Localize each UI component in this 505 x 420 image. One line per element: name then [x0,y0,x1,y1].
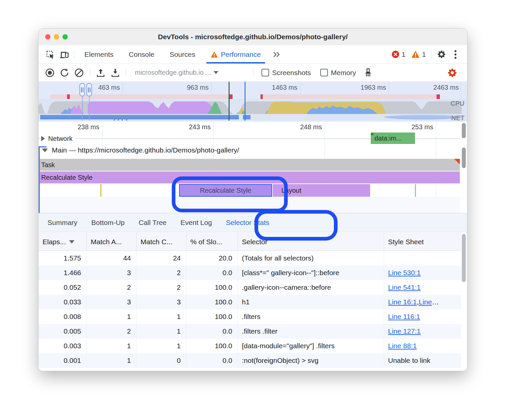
capture-settings-gear-icon[interactable] [446,66,459,79]
layout-flame-bar[interactable]: Layout [273,184,370,197]
recalculate-style-flame-bar[interactable]: Recalculate Style [39,171,460,183]
close-window-button[interactable] [45,34,50,40]
cell-elapsed: 0.008 [39,309,87,324]
timeline-overview[interactable]: 463 ms963 ms1463 ms1963 ms2463 ms CPU [39,82,467,122]
long-task-marker [229,94,233,99]
table-row[interactable]: 0.05222100.0.gallery-icon--camera::befor… [39,280,461,295]
flame-chart-empty-area [39,197,460,213]
kebab-menu-icon[interactable] [449,48,462,61]
table-row[interactable]: 1.466320.0[class*=" gallery-icon--"]::be… [39,265,461,280]
performance-toolbar: microsoftedge.github.io ... Screenshots … [39,64,467,82]
inspect-element-icon[interactable] [43,48,57,61]
divider [126,68,126,77]
device-toolbar-icon[interactable] [57,48,71,61]
small-event-tick[interactable] [100,184,101,197]
load-profile-icon[interactable] [94,66,107,79]
tab-console[interactable]: Console [121,45,162,63]
cell-pct-slow: 0.0 [186,265,238,280]
cell-match-attempts: 1 [87,339,137,353]
disclosure-expanded-icon [42,149,48,152]
table-row[interactable]: 0.00311100.0[data-module="gallery"] .fil… [39,339,461,353]
cell-elapsed: 0.052 [39,280,87,295]
column-header-0[interactable]: Elaps... [39,233,87,251]
style-sheet-link[interactable]: Line 541:1 [388,283,421,291]
cell-match-count: 1 [137,324,186,339]
more-tabs-icon[interactable] [268,51,284,58]
devtools-tab-bar: ElementsConsoleSourcesPerformance 1 1 [39,45,467,64]
style-sheet-link[interactable]: Line 116:1 [388,313,420,321]
cell-match-count: 24 [137,251,186,265]
cell-selector: [data-module="gallery"] .filters [238,339,384,353]
cell-elapsed: 1.575 [39,251,87,265]
table-row[interactable]: 0.001100.0:not(foreignObject) > svgUnabl… [39,353,461,368]
table-row[interactable]: 1.575442420.0(Totals for all selectors) [39,251,461,265]
scrollbar-thumb[interactable] [462,148,466,168]
tab-bottom-up[interactable]: Bottom-Up [84,219,132,227]
cell-elapsed: 0.001 [39,353,87,368]
tab-call-tree[interactable]: Call Tree [132,219,173,227]
cell-match-attempts: 1 [87,353,137,368]
column-header-5[interactable]: Style Sheet [384,233,461,251]
tab-sources[interactable]: Sources [162,45,203,63]
cell-match-count: 1 [137,339,186,353]
tab-event-log[interactable]: Event Log [173,219,219,227]
bottom-tab-strip: SummaryBottom-UpCall TreeEvent LogSelect… [39,213,467,232]
cell-elapsed: 1.466 [39,265,87,280]
net-overview-chart [39,114,467,121]
table-row[interactable]: 0.03333100.0h1Line 16:1 , Line… [39,295,461,309]
selection-right-handle[interactable] [86,83,92,96]
column-header-4[interactable]: Selector [238,233,384,251]
memory-toggle[interactable]: Memory [320,69,356,77]
network-request-block[interactable]: data:im... [371,133,415,144]
scrollbar-thumb[interactable] [462,234,466,282]
main-track-header[interactable]: Main — https://microsoftedge.github.io/D… [42,146,239,154]
style-sheet-link[interactable]: Line 88:1 [388,342,417,350]
tab-performance[interactable]: Performance [203,45,268,63]
settings-gear-icon[interactable] [435,48,449,61]
profile-history-value: microsoftedge.github.io ... [135,69,211,76]
cell-elapsed: 0.005 [39,324,87,339]
column-header-3[interactable]: % of Slo... [186,233,238,251]
cell-pct-slow: 100.0 [186,309,238,324]
error-badge[interactable]: 1 [392,51,406,58]
garbage-collect-icon[interactable] [361,66,375,79]
tab-summary[interactable]: Summary [41,219,84,227]
tab-elements[interactable]: Elements [77,45,121,63]
selection-left-handle[interactable] [79,83,85,96]
disclosure-collapsed-icon [41,136,45,141]
cell-style-sheet: Unable to link [384,353,461,368]
style-sheet-link[interactable]: Line 530:1 [388,269,421,277]
profile-history-select[interactable]: microsoftedge.github.io ... [130,69,249,76]
selector-stats-table-body: 1.575442420.0(Totals for all selectors)1… [39,251,461,368]
minimize-window-button[interactable] [54,34,59,40]
warning-badge[interactable]: 1 [411,51,426,58]
scrollbar-thumb[interactable] [462,123,466,138]
maximize-window-button[interactable] [62,34,68,40]
screenshots-checkbox[interactable] [261,69,269,76]
selector-stats-table-header: Elaps...Match A...Match C...% of Slo...S… [39,233,461,251]
column-header-1[interactable]: Match A... [87,233,137,251]
small-event-tick[interactable] [415,184,416,197]
memory-checkbox[interactable] [320,69,328,76]
divider [74,50,74,59]
task-flame-bar[interactable]: Task [39,159,460,171]
tab-selector-stats[interactable]: Selector Stats [219,219,276,227]
ruler-tick-label: 2463 ms [416,84,459,91]
reload-record-icon[interactable] [58,66,71,79]
clear-icon[interactable] [72,66,86,79]
style-sheet-link[interactable]: Line 127:1 [388,327,421,335]
record-icon[interactable] [43,66,56,79]
style-sheet-link[interactable]: Line [419,298,432,306]
cell-selector: :not(foreignObject) > svg [238,353,384,368]
selected-recalculate-style-block[interactable]: Recalculate Style [179,184,272,197]
style-sheet-link[interactable]: Line 16:1 [388,298,417,306]
flame-chart-panel[interactable]: 238 ms243 ms248 ms253 ms Network data:im… [39,122,467,213]
table-row[interactable]: 0.005210.0.filters .filterLine 127:1 [39,324,461,339]
save-profile-icon[interactable] [109,66,122,79]
screenshots-toggle[interactable]: Screenshots [261,69,311,77]
divider [253,68,253,77]
network-track-header[interactable]: Network [41,134,75,144]
table-row[interactable]: 0.00811100.0.filtersLine 116:1 [39,309,461,324]
long-task-corner-icon [454,159,460,164]
column-header-2[interactable]: Match C... [137,233,186,251]
